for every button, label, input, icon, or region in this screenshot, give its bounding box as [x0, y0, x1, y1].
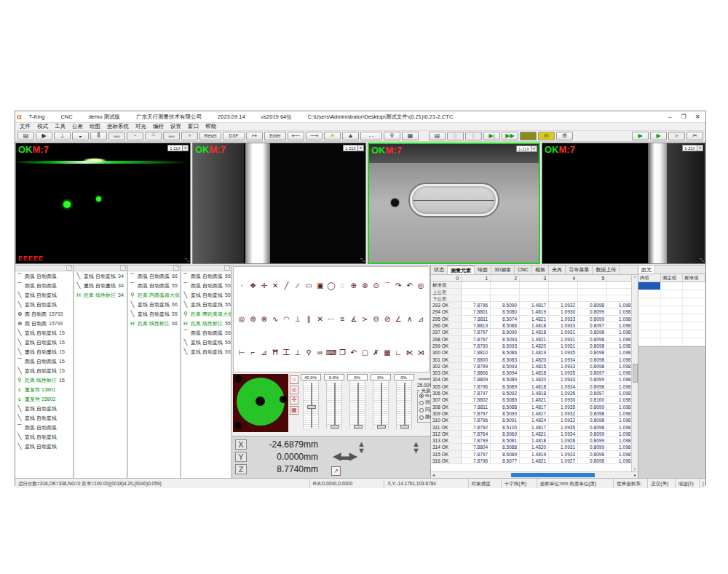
menu-item-对光[interactable]: 对光: [135, 123, 146, 130]
list-item[interactable]: [638, 290, 705, 298]
radio-button[interactable]: [419, 408, 424, 412]
list-item[interactable]: ⌒圆弧自动圆弧55: [181, 271, 231, 281]
list-item[interactable]: ╲重线自动重线15: [15, 347, 73, 356]
measure-tool-icon[interactable]: ⋉: [405, 348, 415, 358]
radio-button[interactable]: [419, 394, 424, 398]
toolbar-icon-button[interactable]: ↦: [246, 132, 263, 140]
menu-item-设置[interactable]: 设置: [170, 123, 181, 130]
maximize-button[interactable]: ❐: [677, 112, 690, 121]
slider-thumb[interactable]: [400, 425, 409, 428]
menu-item-坐标系统[interactable]: 坐标系统: [107, 123, 129, 130]
toolbar-icon-button[interactable]: ▤: [429, 132, 446, 140]
tab-CNC[interactable]: CNC: [515, 266, 532, 274]
radio-button[interactable]: [419, 401, 424, 405]
list-item[interactable]: ╲重线自动重线34: [74, 281, 127, 290]
table-row[interactable]: 316 OK7.87968.50771.48211.09270.80981.09…: [431, 458, 638, 464]
dxf-button[interactable]: DXF: [223, 132, 245, 140]
list-item[interactable]: ╲直线自动直线15: [15, 366, 73, 375]
list-item[interactable]: ╲直线自动直线: [15, 442, 73, 451]
collapse-icon[interactable]: ⤢: [120, 266, 126, 271]
enter-button[interactable]: Enter: [264, 132, 286, 140]
measure-tool-icon[interactable]: ✛: [259, 281, 269, 291]
table-row[interactable]: 310 OK7.87968.50911.48241.09320.80981.09…: [431, 417, 638, 423]
toolbar-icon-button[interactable]: ▶: [36, 132, 52, 140]
table-row[interactable]: 297 OK7.87978.50901.48181.09310.80981.09…: [431, 329, 638, 335]
lens-zoom-select[interactable]: 1-21X ▾: [343, 145, 364, 151]
measure-tool-icon[interactable]: ❖: [248, 281, 258, 291]
table-row[interactable]: 下公差: [431, 295, 638, 302]
jog-z-icon[interactable]: ▲▼: [412, 441, 420, 454]
chevron-down-icon[interactable]: ▾: [531, 146, 537, 151]
light-segment-button[interactable]: ✣: [290, 396, 298, 404]
toolbar-icon-button[interactable]: ▮: [520, 132, 537, 140]
table-row[interactable]: 307 OK7.88028.50851.48211.09300.81001.09…: [431, 396, 638, 403]
measure-tool-icon[interactable]: ∥: [304, 314, 314, 324]
light-segment-button[interactable]: ○: [290, 375, 298, 384]
table-row[interactable]: 301 OK7.88008.50831.48201.09340.80981.09…: [431, 356, 638, 363]
menu-item-工具[interactable]: 工具: [55, 123, 66, 130]
toolbar-icon-button[interactable]: ▬: [163, 132, 180, 140]
measure-tool-icon[interactable]: ⊛: [360, 281, 370, 291]
measure-tool-icon[interactable]: ⚲: [304, 348, 314, 358]
camera-pane-1[interactable]: OKM:7 1-21X ▾ EEEEE ⤡: [15, 143, 191, 264]
measure-tool-icon[interactable]: ∧: [405, 314, 415, 324]
list-item[interactable]: ╲直线自动直线55: [181, 338, 231, 347]
list-item[interactable]: ╲直线自动直线55: [181, 290, 231, 300]
measure-tool-icon[interactable]: ❐: [337, 348, 347, 358]
menu-item-绘图[interactable]: 绘图: [90, 123, 100, 130]
resize-handle-icon[interactable]: ⤡: [700, 258, 704, 263]
tab-引导菜单[interactable]: 引导菜单: [566, 266, 593, 274]
table-row[interactable]: 311 OK7.87928.51001.48171.09350.80981.09…: [431, 424, 638, 431]
tab-状态[interactable]: 状态: [431, 266, 448, 274]
measure-tool-icon[interactable]: ▢: [360, 348, 370, 358]
table-row[interactable]: 296 OK7.88138.50861.48181.09330.80971.09…: [431, 322, 638, 329]
table-row[interactable]: 298 OK7.87978.50931.48211.09310.80981.09…: [431, 336, 638, 343]
measure-tool-icon[interactable]: ◌: [337, 281, 347, 291]
list-item[interactable]: [638, 322, 705, 330]
table-row[interactable]: 312 OK7.87648.50691.48211.09340.80991.09…: [431, 431, 638, 437]
measure-tool-icon[interactable]: ▦: [382, 348, 392, 358]
list-item[interactable]: ╲直线自动直线55: [181, 347, 231, 356]
list-item[interactable]: [638, 298, 705, 306]
table-row[interactable]: 上公差: [431, 289, 638, 295]
measure-tool-icon[interactable]: ∞: [315, 348, 325, 358]
list-item[interactable]: ⌒圆弧自动圆弧55: [128, 281, 180, 290]
list-item[interactable]: ╲直线自动直线: [15, 432, 73, 442]
list-item[interactable]: [638, 282, 705, 290]
slider-track[interactable]: [303, 381, 319, 429]
collapse-icon[interactable]: ⤢: [66, 266, 72, 271]
toolbar-icon-button[interactable]: ▤: [17, 132, 34, 140]
diagonal-move-button[interactable]: ↗: [331, 466, 341, 476]
camera-pane-4[interactable]: OKM:7 1-21X ▾ ⤡: [542, 143, 705, 264]
light-channel-slider[interactable]: 40.0%: [300, 374, 321, 435]
menu-item-帮助[interactable]: 帮助: [205, 123, 216, 130]
list-item[interactable]: ╲直线自动直线34: [74, 271, 127, 281]
toolbar-icon-button[interactable]: ⚲: [384, 132, 400, 140]
menu-item-窗口[interactable]: 窗口: [188, 123, 199, 130]
light-segment-button[interactable]: ◎: [290, 386, 298, 394]
table-row[interactable]: 302 OK7.87998.50931.48151.09330.80981.09…: [431, 363, 638, 370]
jog-arrows[interactable]: ◀▬▶ ▲▼ ▲▼: [333, 441, 420, 470]
menu-item-模式[interactable]: 模式: [37, 123, 48, 130]
list-item[interactable]: ╲直线自动直线: [15, 404, 73, 413]
slider-track[interactable]: [349, 381, 365, 429]
tab-绘图[interactable]: 绘图: [475, 266, 491, 274]
light-channel-slider[interactable]: 0%: [393, 374, 414, 435]
table-row[interactable]: 303 OK7.88068.50941.48181.09350.80971.09…: [431, 370, 638, 376]
table-row[interactable]: 313 OK7.87998.50811.48181.09280.80991.09…: [431, 437, 638, 444]
toolbar-icon-button[interactable]: ✂: [687, 132, 703, 140]
toolbar-icon-button[interactable]: ▦: [402, 132, 419, 140]
slider-track[interactable]: [326, 381, 342, 429]
measure-tool-icon[interactable]: ⊖: [371, 314, 381, 324]
measure-tool-icon[interactable]: ↶: [405, 281, 415, 291]
slider-thumb[interactable]: [354, 425, 363, 428]
measure-tool-icon[interactable]: ◯: [326, 281, 336, 291]
measure-tool-icon[interactable]: ⊢: [237, 348, 247, 358]
table-row[interactable]: 309 OK7.87978.50901.48171.09320.80981.09…: [431, 410, 638, 417]
toolbar-icon-button[interactable]: ◒: [72, 132, 89, 140]
close-button[interactable]: ✕: [691, 112, 704, 121]
measure-tool-icon[interactable]: ⊥: [293, 348, 303, 358]
measure-tool-icon[interactable]: ∿: [270, 314, 280, 324]
lens-zoom-select[interactable]: 1-21X ▾: [516, 146, 537, 152]
table-row[interactable]: 305 OK7.87968.50891.48181.09340.80981.09…: [431, 383, 638, 390]
